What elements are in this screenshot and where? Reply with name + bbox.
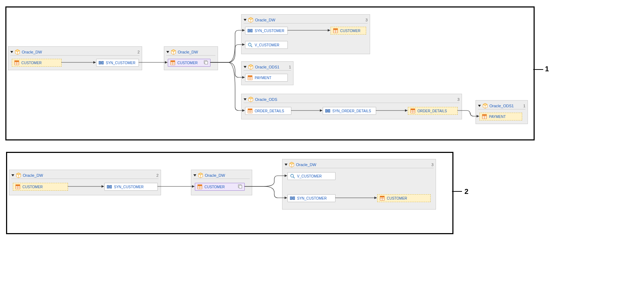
cube-icon [15, 49, 20, 55]
disclosure-triangle-icon[interactable] [478, 105, 481, 107]
table-payment[interactable]: PAYMENT [479, 113, 522, 120]
synonym-syn-customer[interactable]: SYN_CUSTOMER [104, 183, 158, 191]
svg-rect-45 [107, 185, 109, 188]
cube-icon [248, 64, 254, 70]
svg-point-54 [291, 174, 294, 177]
node-label: CUSTOMER [340, 29, 360, 33]
cube-icon [198, 173, 203, 178]
disclosure-triangle-icon[interactable] [285, 164, 287, 166]
cube-icon [16, 173, 21, 178]
group-oracle-ods-1e[interactable]: Oracle_ODS 3 ORDER_DETAILS SYN_ORDER_DET… [241, 94, 462, 119]
view-v-customer[interactable]: V_CUSTOMER [245, 41, 288, 49]
cube-icon [482, 103, 488, 109]
cube-icon [248, 17, 254, 23]
table-customer[interactable]: CUSTOMER [12, 59, 62, 67]
table-order-details[interactable]: ORDER_DETAILS [245, 107, 291, 115]
group-count: 2 [156, 173, 159, 178]
synonym-icon [107, 184, 112, 189]
table-icon [333, 28, 338, 33]
table-customer[interactable]: CUSTOMER [13, 183, 68, 191]
group-oracle-dw-2b[interactable]: Oracle_DW CUSTOMER [191, 170, 252, 195]
group-oracle-ods1-1f[interactable]: Oracle_ODS1 1 PAYMENT [476, 100, 528, 124]
table-customer[interactable]: CUSTOMER [377, 194, 431, 202]
table-customer-selected[interactable]: CUSTOMER [168, 59, 211, 67]
disclosure-triangle-icon[interactable] [244, 66, 246, 68]
table-customer[interactable]: CUSTOMER [331, 27, 366, 35]
synonym-icon [248, 28, 253, 33]
cube-icon [171, 49, 176, 55]
synonym-syn-customer[interactable]: SYN_CUSTOMER [287, 194, 336, 202]
table-customer-selected[interactable]: CUSTOMER [195, 183, 245, 191]
synonym-icon [99, 60, 104, 65]
group-count: 1 [289, 65, 291, 69]
disclosure-triangle-icon[interactable] [10, 51, 13, 53]
node-label: V_CUSTOMER [297, 174, 322, 178]
group-title: Oracle_DW [205, 173, 225, 178]
node-label: ORDER_DETAILS [255, 109, 284, 113]
region-2-label: 2 [464, 187, 468, 196]
group-oracle-dw-2a[interactable]: Oracle_DW 2 CUSTOMER SYN_CUSTOMER [9, 170, 161, 195]
table-icon [410, 108, 415, 113]
group-count: 3 [365, 18, 368, 22]
group-count: 2 [137, 50, 140, 54]
stack-icon [203, 60, 208, 65]
svg-rect-5 [102, 61, 104, 64]
group-title: Oracle_ODS [255, 97, 277, 102]
table-payment[interactable]: PAYMENT [245, 74, 288, 82]
group-title: Oracle_DW [178, 50, 198, 54]
node-label: SYN_CUSTOMER [106, 61, 135, 65]
node-label: PAYMENT [489, 115, 506, 119]
synonym-icon [325, 108, 330, 113]
node-label: CUSTOMER [177, 61, 198, 65]
svg-rect-46 [110, 185, 112, 188]
synonym-syn-order-details[interactable]: SYN_ORDER_DETAILS [323, 107, 376, 115]
node-label: SYN_ORDER_DETAILS [332, 109, 371, 113]
svg-line-21 [251, 46, 252, 47]
disclosure-triangle-icon[interactable] [166, 51, 169, 53]
svg-rect-13 [248, 29, 250, 32]
synonym-syn-customer[interactable]: SYN_CUSTOMER [96, 59, 139, 67]
group-oracle-ods1-1d[interactable]: Oracle_ODS1 1 PAYMENT [241, 61, 294, 85]
table-order-details-target[interactable]: ORDER_DETAILS [408, 107, 458, 115]
table-icon [197, 184, 202, 189]
synonym-icon [290, 196, 295, 201]
svg-rect-12 [205, 61, 208, 64]
group-title: Oracle_DW [22, 50, 42, 54]
table-icon [14, 60, 19, 65]
node-label: PAYMENT [255, 76, 271, 80]
node-label: CUSTOMER [22, 185, 43, 189]
view-v-customer[interactable]: V_CUSTOMER [287, 172, 336, 180]
group-oracle-dw-1a[interactable]: Oracle_DW 2 CUSTOMER SYN_CUSTOMER [8, 46, 142, 70]
view-icon [248, 42, 253, 47]
node-label: ORDER_DETAILS [417, 109, 447, 113]
node-label: CUSTOMER [387, 196, 407, 200]
region-2-tick [452, 191, 462, 192]
disclosure-triangle-icon[interactable] [11, 174, 14, 176]
svg-line-55 [293, 177, 295, 178]
disclosure-triangle-icon[interactable] [244, 19, 246, 21]
stack-icon [237, 184, 242, 189]
svg-rect-31 [328, 109, 330, 112]
group-title: Oracle_ODS1 [255, 65, 279, 69]
svg-rect-4 [99, 61, 101, 64]
disclosure-triangle-icon[interactable] [244, 98, 246, 101]
table-icon [15, 184, 20, 189]
svg-rect-53 [239, 185, 242, 188]
synonym-syn-customer[interactable]: SYN_CUSTOMER [245, 27, 288, 35]
group-count: 3 [431, 163, 433, 167]
group-oracle-dw-1b[interactable]: Oracle_DW CUSTOMER [164, 46, 218, 70]
node-label: CUSTOMER [204, 185, 225, 189]
table-icon [380, 196, 385, 201]
group-oracle-dw-2c[interactable]: Oracle_DW 3 V_CUSTOMER SYN_CUSTOMER CUST… [282, 159, 436, 210]
region-1-label: 1 [545, 65, 549, 73]
svg-rect-56 [290, 197, 292, 200]
svg-rect-57 [293, 197, 295, 200]
node-label: SYN_CUSTOMER [297, 196, 327, 200]
node-label: V_CUSTOMER [255, 43, 279, 47]
node-label: CUSTOMER [21, 61, 42, 65]
disclosure-triangle-icon[interactable] [193, 174, 196, 176]
group-oracle-dw-1c[interactable]: Oracle_DW 3 SYN_CUSTOMER CUSTOMER V_CUST… [241, 14, 370, 54]
table-icon [170, 60, 175, 65]
svg-point-20 [248, 43, 251, 46]
table-icon [248, 108, 253, 113]
